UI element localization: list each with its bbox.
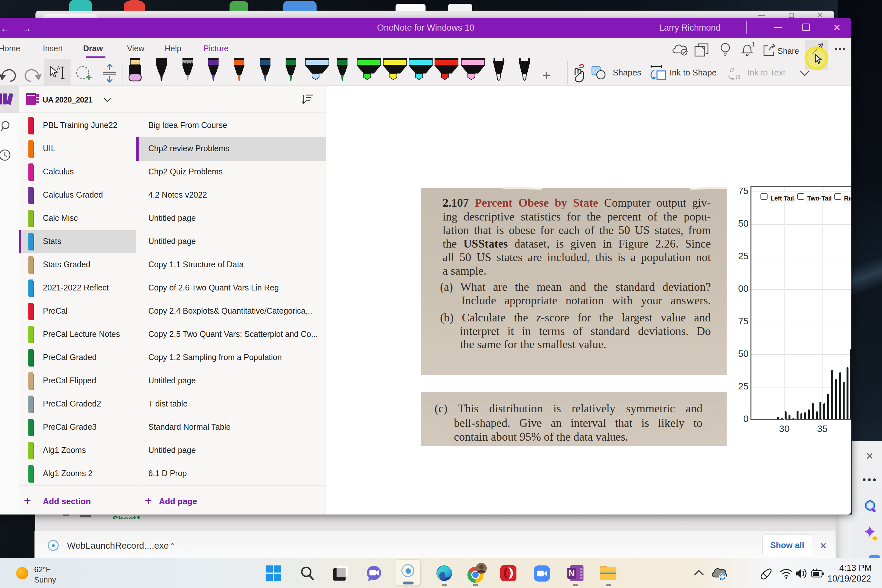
svg-text:1: 1 (752, 42, 755, 48)
svg-text:N: N (568, 568, 575, 578)
svg-text:A: A (57, 66, 61, 72)
svg-text:a: a (730, 65, 734, 74)
svg-text:a: a (736, 72, 741, 81)
